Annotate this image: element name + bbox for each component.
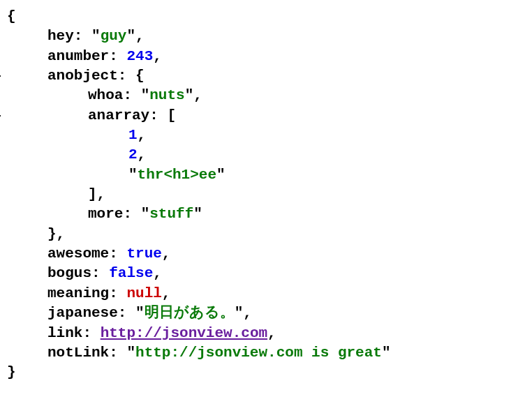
property-more: more: "stuff" bbox=[7, 204, 518, 224]
string-value: guy bbox=[101, 28, 127, 44]
quote: " bbox=[185, 87, 194, 103]
colon: : bbox=[149, 107, 158, 123]
quote: " bbox=[141, 87, 150, 103]
property-meaning: meaning: null, bbox=[7, 284, 518, 303]
property-anumber: anumber: 243, bbox=[7, 47, 518, 66]
property-key: whoa bbox=[88, 87, 123, 103]
bracket-open: [ bbox=[167, 107, 176, 123]
brace-close: } bbox=[7, 364, 16, 380]
property-link: link: http://jsonview.com, bbox=[7, 324, 518, 343]
colon: : bbox=[109, 48, 118, 64]
string-value: 明日がある。 bbox=[145, 305, 235, 321]
comma: , bbox=[138, 127, 147, 143]
array-value: 2 bbox=[128, 147, 138, 163]
brace-open: { bbox=[7, 8, 16, 24]
property-key: awesome bbox=[47, 246, 109, 262]
colon: : bbox=[74, 28, 83, 44]
property-bogus: bogus: false, bbox=[7, 264, 518, 283]
quote: " bbox=[235, 305, 244, 321]
property-hey: hey: "guy", bbox=[7, 27, 518, 46]
colon: : bbox=[118, 305, 127, 321]
property-value: 243 bbox=[126, 48, 153, 64]
array-item: 2, bbox=[7, 145, 518, 165]
array-value: 1 bbox=[128, 127, 138, 143]
property-key: link bbox=[47, 325, 82, 341]
comma: , bbox=[162, 285, 171, 301]
quote: " bbox=[382, 345, 391, 361]
property-value: true bbox=[126, 246, 161, 262]
collapse-toggle-icon[interactable]: – bbox=[0, 106, 2, 126]
comma: , bbox=[243, 305, 252, 321]
collapse-toggle-icon[interactable]: – bbox=[0, 66, 2, 86]
property-key: japanese bbox=[47, 305, 118, 321]
quote: " bbox=[128, 167, 138, 183]
object-close: }, bbox=[7, 225, 518, 244]
property-value: "明日がある。" bbox=[135, 305, 243, 321]
array-item: 1, bbox=[7, 126, 518, 145]
property-value: "http://jsonview.com is great" bbox=[126, 345, 390, 361]
property-value: "guy" bbox=[91, 28, 135, 44]
comma: , bbox=[162, 246, 171, 262]
property-value: null bbox=[126, 285, 161, 301]
comma: , bbox=[97, 186, 106, 202]
property-value-link[interactable]: http://jsonview.com bbox=[101, 325, 267, 341]
comma: , bbox=[138, 147, 147, 163]
object-close: } bbox=[7, 363, 518, 382]
colon: : bbox=[109, 285, 118, 301]
object-open: { bbox=[7, 7, 518, 27]
string-value: stuff bbox=[149, 206, 193, 222]
quote: " bbox=[126, 345, 135, 361]
string-value: http://jsonview.com is great bbox=[135, 345, 382, 361]
colon: : bbox=[123, 206, 132, 222]
property-anarray: –anarray: [ bbox=[7, 106, 518, 126]
property-value: false bbox=[109, 265, 153, 281]
property-key: anarray bbox=[88, 107, 149, 123]
property-anobject: –anobject: { bbox=[7, 66, 518, 86]
comma: , bbox=[153, 265, 162, 281]
quote: " bbox=[126, 28, 135, 44]
array-item: "thr<h1>ee" bbox=[7, 165, 518, 185]
colon: : bbox=[109, 246, 118, 262]
colon: : bbox=[82, 325, 91, 341]
property-japanese: japanese: "明日がある。", bbox=[7, 303, 518, 323]
property-key: bogus bbox=[47, 265, 91, 281]
quote: " bbox=[141, 206, 150, 222]
property-key: notLink bbox=[47, 345, 109, 361]
property-key: anobject bbox=[47, 68, 118, 84]
string-value: thr<h1>ee bbox=[138, 167, 216, 183]
string-value: nuts bbox=[149, 87, 184, 103]
quote: " bbox=[91, 28, 101, 44]
quote: " bbox=[193, 206, 202, 222]
colon: : bbox=[118, 68, 127, 84]
property-key: hey bbox=[47, 28, 74, 44]
brace-open: { bbox=[135, 68, 145, 84]
comma: , bbox=[267, 325, 276, 341]
colon: : bbox=[109, 345, 118, 361]
property-key: more bbox=[88, 206, 123, 222]
quote: " bbox=[216, 167, 225, 183]
bracket-close: ] bbox=[88, 186, 97, 202]
brace-close: } bbox=[47, 226, 57, 242]
property-notLink: notLink: "http://jsonview.com is great" bbox=[7, 343, 518, 363]
property-key: anumber bbox=[47, 48, 109, 64]
comma: , bbox=[153, 48, 162, 64]
property-whoa: whoa: "nuts", bbox=[7, 86, 518, 105]
colon: : bbox=[123, 87, 132, 103]
json-viewer: { hey: "guy", anumber: 243, –anobject: {… bbox=[7, 7, 518, 383]
comma: , bbox=[135, 28, 145, 44]
colon: : bbox=[91, 265, 101, 281]
comma: , bbox=[193, 87, 202, 103]
property-value: "nuts" bbox=[141, 87, 194, 103]
array-close: ], bbox=[7, 185, 518, 204]
property-key: meaning bbox=[47, 285, 109, 301]
property-awesome: awesome: true, bbox=[7, 244, 518, 264]
quote: " bbox=[135, 305, 145, 321]
array-value: "thr<h1>ee" bbox=[128, 167, 225, 183]
comma: , bbox=[57, 226, 66, 242]
property-value: "stuff" bbox=[141, 206, 202, 222]
